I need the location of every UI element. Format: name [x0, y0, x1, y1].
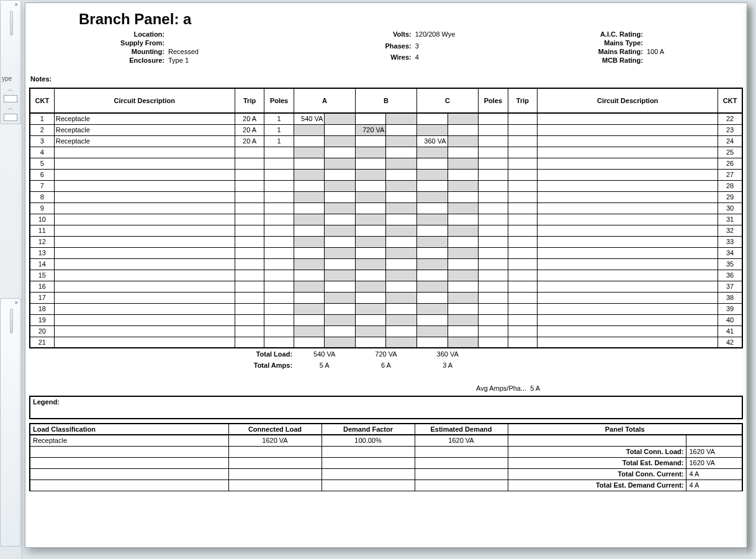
cell: [264, 270, 294, 281]
chevron-up-icon[interactable]: ︿: [1, 85, 20, 94]
cell: [508, 247, 537, 258]
cell: 20 A: [235, 113, 264, 124]
page-title: Branch Panel: a: [79, 11, 743, 28]
table-row: 1334: [30, 247, 742, 258]
hdr-label: Mains Rating:: [563, 48, 643, 55]
cell: [235, 236, 264, 247]
cell: 1: [30, 113, 54, 124]
cell: [264, 247, 294, 258]
cell: [355, 236, 386, 247]
chevron-up-icon[interactable]: ︿: [1, 104, 20, 112]
cell: [508, 270, 537, 281]
cell: [294, 292, 325, 303]
col-demand-factor: Demand Factor: [322, 424, 415, 435]
cell: [508, 236, 537, 247]
cell: [508, 124, 537, 135]
close-icon[interactable]: ✕: [13, 300, 19, 306]
cell: [508, 180, 537, 191]
cell: [386, 258, 417, 270]
cell: [355, 225, 386, 236]
cell: 23: [718, 124, 742, 135]
cell: [355, 169, 386, 180]
cell: [386, 247, 417, 258]
rail-input[interactable]: [4, 114, 17, 121]
cell: [538, 281, 718, 292]
cell: 360 VA: [417, 135, 448, 147]
cell: [322, 468, 415, 479]
cell: Receptacle: [54, 135, 235, 147]
cell: [54, 258, 235, 270]
cell: [325, 124, 356, 135]
cell: [386, 303, 417, 314]
cell: [417, 124, 448, 135]
cell: [479, 236, 508, 247]
cell: 10: [30, 214, 54, 225]
cell: [294, 236, 325, 247]
drag-handle-icon[interactable]: [10, 11, 13, 35]
cell: [508, 158, 537, 169]
cell: [294, 337, 325, 348]
cell: [355, 202, 386, 214]
cell: 2: [30, 124, 54, 135]
cell: [325, 169, 356, 180]
panel-total-value: 1620 VA: [686, 457, 742, 468]
cell: 20 A: [235, 124, 264, 135]
cell: [264, 337, 294, 348]
cell: [386, 169, 417, 180]
cell: [417, 258, 448, 270]
cell: [479, 124, 508, 135]
cell: [386, 158, 417, 169]
total-load-label: Total Load:: [29, 348, 294, 360]
table-row: 2142: [30, 337, 742, 348]
cell: [355, 337, 386, 348]
cell: [386, 191, 417, 202]
cell: [228, 446, 322, 457]
cell: 33: [718, 236, 742, 247]
cell: [417, 147, 448, 158]
table-row: 1940: [30, 314, 742, 325]
cell: [235, 314, 264, 325]
cell: [30, 446, 228, 457]
cell: 21: [30, 337, 54, 348]
col-conn-load: Connected Load: [228, 424, 322, 435]
col-est-demand: Estimated Demand: [415, 424, 508, 435]
cell: [355, 135, 386, 147]
col-desc: Circuit Description: [54, 88, 235, 113]
cell: [415, 479, 508, 491]
cell: [264, 314, 294, 325]
hdr-label: Supply From:: [66, 39, 164, 47]
cell: [448, 303, 479, 314]
cell: [294, 281, 325, 292]
cell: [325, 225, 356, 236]
cell: [355, 191, 386, 202]
cell: [264, 258, 294, 270]
cell: [386, 281, 417, 292]
cell: [54, 180, 235, 191]
cell: [386, 337, 417, 348]
cell: 17: [30, 292, 54, 303]
cell: [264, 158, 294, 169]
table-row: 526: [30, 158, 742, 169]
table-row: 1031: [30, 214, 742, 225]
cell: [479, 135, 508, 147]
cell: 27: [718, 169, 742, 180]
close-icon[interactable]: ✕: [13, 2, 19, 8]
cell: [386, 202, 417, 214]
drag-handle-icon[interactable]: [10, 309, 13, 334]
cell: [264, 281, 294, 292]
table-row: Receptacle1620 VA100.00%1620 VA: [30, 435, 742, 446]
hdr-value: 4: [415, 53, 488, 64]
cell: [538, 158, 718, 169]
cell: [686, 435, 742, 446]
cell: [325, 191, 356, 202]
cell: [538, 225, 718, 236]
cell: [355, 270, 386, 281]
cell: [508, 314, 537, 325]
panel-total-value: 4 A: [686, 479, 742, 491]
cell: 1: [264, 113, 294, 124]
cell: 1620 VA: [415, 435, 508, 446]
cell: [479, 337, 508, 348]
rail-input[interactable]: [4, 95, 17, 102]
col-trip: Trip: [508, 88, 537, 113]
cell: [235, 158, 264, 169]
